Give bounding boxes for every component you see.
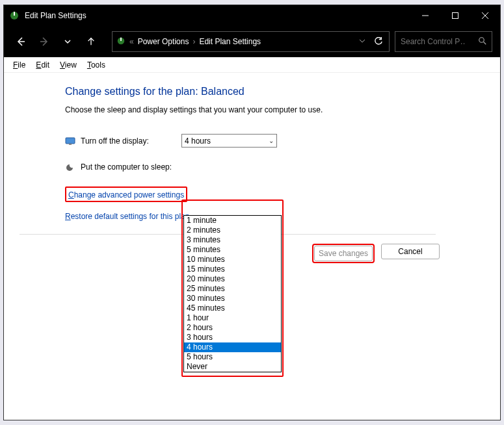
up-button[interactable] <box>82 32 100 51</box>
dropdown-option[interactable]: 2 minutes <box>184 225 281 235</box>
setting-row-display: Turn off the display: 4 hours ⌄ <box>65 134 500 148</box>
search-input[interactable] <box>401 37 466 46</box>
chevron-down-icon[interactable] <box>359 37 365 46</box>
page-heading: Change settings for the plan: Balanced <box>65 86 500 97</box>
display-dropdown[interactable]: 4 hours ⌄ <box>181 134 277 148</box>
highlight-box: Change advanced power settings <box>65 187 187 202</box>
chevron-right-icon: › <box>192 37 195 46</box>
recent-dropdown-icon[interactable] <box>59 32 77 51</box>
content-area: Change settings for the plan: Balanced C… <box>4 73 500 420</box>
dropdown-option[interactable]: Never <box>184 362 281 372</box>
menu-tools[interactable]: Tools <box>82 59 111 71</box>
dropdown-option[interactable]: 25 minutes <box>184 284 281 294</box>
search-box[interactable] <box>395 31 492 52</box>
chevron-down-icon: ⌄ <box>269 137 274 144</box>
maximize-button[interactable] <box>440 5 470 26</box>
nav-bar: « Power Options › Edit Plan Settings <box>4 26 500 57</box>
dropdown-option[interactable]: 5 hours <box>184 352 281 362</box>
menu-edit[interactable]: Edit <box>31 59 55 71</box>
dropdown-option[interactable]: 30 minutes <box>184 294 281 303</box>
dropdown-option[interactable]: 3 minutes <box>184 235 281 245</box>
menu-file[interactable]: File <box>8 59 31 71</box>
menu-view[interactable]: View <box>55 59 82 71</box>
dropdown-value: 4 hours <box>185 136 211 146</box>
sleep-icon <box>65 162 75 172</box>
dropdown-option[interactable]: 3 hours <box>184 333 281 342</box>
close-button[interactable] <box>470 5 500 26</box>
dropdown-option[interactable]: 1 hour <box>184 313 281 323</box>
dropdown-option[interactable]: 5 minutes <box>184 245 281 255</box>
refresh-button[interactable] <box>372 35 385 48</box>
menu-bar: File Edit View Tools <box>4 57 500 73</box>
svg-rect-14 <box>69 144 72 145</box>
minimize-button[interactable] <box>410 5 440 26</box>
button-row: Save changes Cancel <box>312 244 500 263</box>
sleep-label: Put the computer to sleep: <box>81 162 181 172</box>
dropdown-option[interactable]: 20 minutes <box>184 274 281 284</box>
back-button[interactable] <box>12 32 30 51</box>
title-bar: Edit Plan Settings <box>4 5 500 26</box>
window-frame: Edit Plan Settings <box>3 5 501 420</box>
display-label: Turn off the display: <box>81 136 181 146</box>
highlight-box: Save changes <box>312 244 375 263</box>
setting-row-sleep: Put the computer to sleep: <box>65 162 500 172</box>
dropdown-option[interactable]: 2 hours <box>184 323 281 333</box>
restore-link[interactable]: Restore default settings for this plan <box>65 212 189 221</box>
page-subtext: Choose the sleep and display settings th… <box>65 105 500 114</box>
dropdown-option[interactable]: 45 minutes <box>184 303 281 313</box>
cancel-button[interactable]: Cancel <box>381 244 440 259</box>
search-icon[interactable] <box>479 37 486 47</box>
app-icon <box>9 10 20 21</box>
svg-rect-1 <box>14 12 15 16</box>
breadcrumb-item[interactable]: Edit Plan Settings <box>199 37 261 46</box>
svg-rect-10 <box>120 37 122 40</box>
svg-rect-13 <box>66 138 75 144</box>
breadcrumb-item[interactable]: Power Options <box>138 37 189 46</box>
window-title: Edit Plan Settings <box>25 11 410 20</box>
svg-point-11 <box>479 37 484 42</box>
address-bar[interactable]: « Power Options › Edit Plan Settings <box>112 31 390 52</box>
breadcrumb-prefix: « <box>129 37 134 46</box>
display-icon <box>65 136 75 146</box>
forward-button[interactable] <box>35 32 53 51</box>
dropdown-option[interactable]: 15 minutes <box>184 264 281 274</box>
advanced-link[interactable]: Change advanced power settings <box>68 190 184 200</box>
dropdown-option[interactable]: 4 hours <box>184 342 281 352</box>
app-icon-small <box>116 36 126 47</box>
dropdown-option[interactable]: 1 minute <box>184 216 281 225</box>
save-button[interactable]: Save changes <box>314 246 373 261</box>
svg-rect-3 <box>453 13 458 19</box>
dropdown-option[interactable]: 10 minutes <box>184 255 281 264</box>
dropdown-list[interactable]: 1 minute2 minutes3 minutes5 minutes10 mi… <box>183 215 282 372</box>
svg-line-12 <box>484 42 486 44</box>
